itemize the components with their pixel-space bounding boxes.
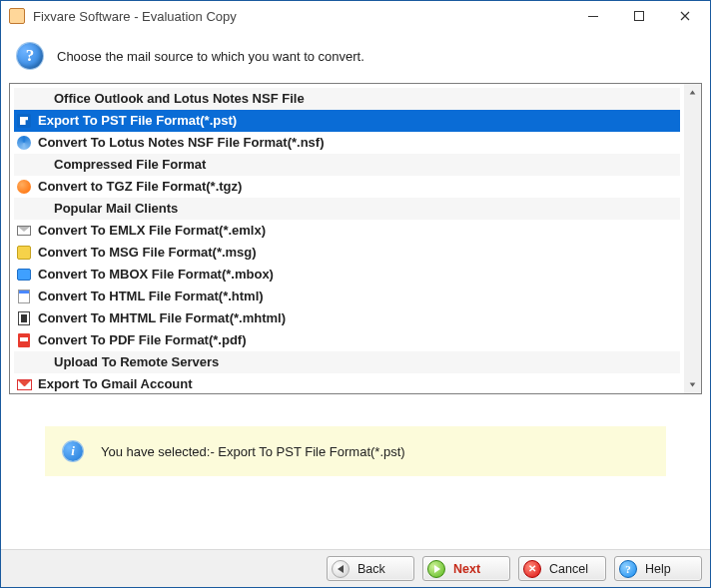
- list-item-label: Convert To HTML File Format(*.html): [38, 286, 680, 307]
- next-button[interactable]: Next: [422, 556, 510, 581]
- cancel-label: Cancel: [549, 562, 593, 576]
- emlx-icon: [16, 223, 32, 239]
- list-item[interactable]: Convert To EMLX File Format(*.emlx): [14, 220, 680, 242]
- pdf-icon: [16, 332, 32, 348]
- list-item-label: Popular Mail Clients: [38, 198, 680, 220]
- maximize-button[interactable]: [616, 1, 662, 31]
- tgz-icon: [16, 179, 32, 195]
- pst-icon: [16, 113, 32, 129]
- list-item[interactable]: Convert To Lotus Notes NSF File Format(*…: [14, 132, 680, 154]
- list-item-label: Upload To Remote Servers: [38, 351, 680, 373]
- next-label: Next: [453, 562, 497, 576]
- list-item[interactable]: Export To PST File Format(*.pst): [14, 110, 680, 132]
- scroll-up-icon[interactable]: [684, 84, 701, 101]
- wizard-button-bar: Back Next ✕ Cancel ? Help: [1, 549, 710, 587]
- list-group-header: Popular Mail Clients: [14, 198, 680, 220]
- list-item-label: Convert to TGZ File Format(*.tgz): [38, 176, 680, 198]
- list-item-label: Export To Gmail Account: [38, 373, 680, 394]
- list-group-header: Office Outlook and Lotus Notes NSF File: [14, 88, 680, 110]
- list-item[interactable]: Export To Gmail Account: [14, 373, 680, 394]
- page-header: ? Choose the mail source to which you wa…: [1, 31, 710, 83]
- question-icon: ?: [17, 43, 43, 69]
- list-item[interactable]: Convert to TGZ File Format(*.tgz): [14, 176, 680, 198]
- list-item-label: Convert To PDF File Format(*.pdf): [38, 329, 680, 351]
- list-item[interactable]: Convert To MSG File Format(*.msg): [14, 242, 680, 264]
- list-item[interactable]: Convert To PDF File Format(*.pdf): [14, 329, 680, 351]
- svg-rect-0: [635, 12, 644, 21]
- next-arrow-icon: [427, 560, 445, 578]
- mhtml-icon: [16, 310, 32, 326]
- list-item-label: Convert To MSG File Format(*.msg): [38, 242, 680, 264]
- cancel-icon: ✕: [523, 560, 541, 578]
- list-item[interactable]: Convert To MHTML File Format(*.mhtml): [14, 307, 680, 329]
- mbox-icon: [16, 267, 32, 283]
- list-item-label: Convert To MHTML File Format(*.mhtml): [38, 307, 680, 329]
- list-item-label: Office Outlook and Lotus Notes NSF File: [38, 88, 680, 110]
- list-item[interactable]: Convert To MBOX File Format(*.mbox): [14, 264, 680, 286]
- nsf-icon: [16, 135, 32, 151]
- list-item-label: Convert To Lotus Notes NSF File Format(*…: [38, 132, 680, 154]
- html-icon: [16, 289, 32, 304]
- close-button[interactable]: [662, 1, 708, 31]
- back-label: Back: [357, 562, 401, 576]
- msg-icon: [16, 245, 32, 261]
- format-list: Office Outlook and Lotus Notes NSF FileE…: [9, 83, 702, 394]
- scroll-down-icon[interactable]: [684, 376, 701, 393]
- list-item-label: Export To PST File Format(*.pst): [38, 110, 680, 132]
- list-item-label: Compressed File Format: [38, 154, 680, 176]
- help-button[interactable]: ? Help: [614, 556, 702, 581]
- help-icon: ?: [619, 560, 637, 578]
- title-bar: Fixvare Software - Evaluation Copy: [1, 1, 710, 31]
- list-group-header: Upload To Remote Servers: [14, 351, 680, 373]
- list-group-header: Compressed File Format: [14, 154, 680, 176]
- list-item[interactable]: Convert To HTML File Format(*.html): [14, 286, 680, 307]
- info-icon: i: [63, 441, 83, 461]
- window-title: Fixvare Software - Evaluation Copy: [33, 9, 237, 24]
- help-label: Help: [645, 562, 689, 576]
- list-item-label: Convert To EMLX File Format(*.emlx): [38, 220, 680, 242]
- selection-notice: i You have selected:- Export To PST File…: [45, 426, 666, 476]
- scrollbar[interactable]: [684, 84, 701, 393]
- list-item-label: Convert To MBOX File Format(*.mbox): [38, 264, 680, 286]
- main-area: Office Outlook and Lotus Notes NSF FileE…: [1, 83, 710, 549]
- minimize-button[interactable]: [570, 1, 616, 31]
- notice-text: You have selected:- Export To PST File F…: [101, 444, 405, 459]
- app-icon: [9, 8, 25, 24]
- back-arrow-icon: [332, 560, 350, 578]
- back-button[interactable]: Back: [327, 556, 414, 581]
- header-prompt: Choose the mail source to which you want…: [57, 49, 364, 64]
- cancel-button[interactable]: ✕ Cancel: [518, 556, 606, 581]
- gmail-icon: [16, 376, 32, 392]
